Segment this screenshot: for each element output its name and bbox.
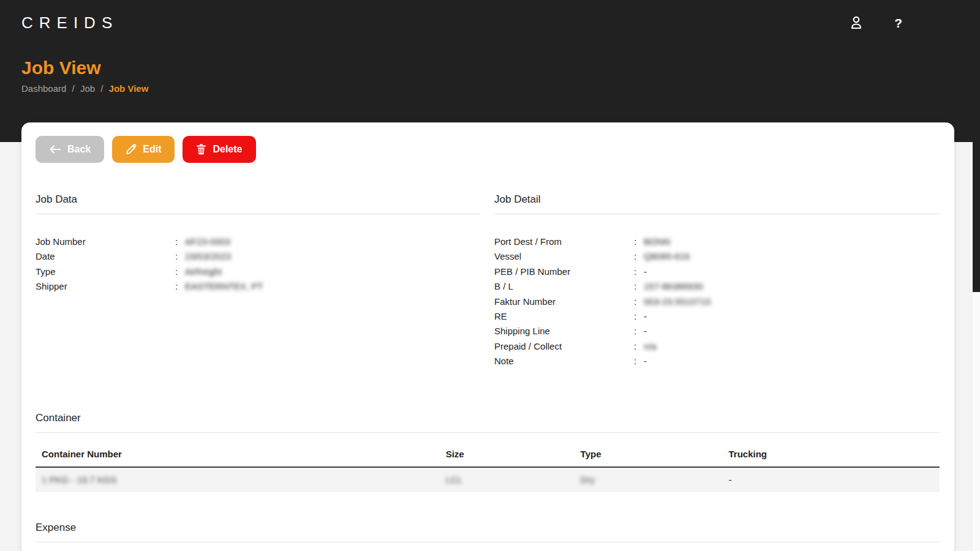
scrollbar-track[interactable] (973, 0, 980, 551)
colon-separator: : (634, 324, 644, 339)
divider (36, 214, 481, 214)
column-header-size: Size (446, 449, 581, 459)
field-row-peb-pib: PEB / PIB Number : - (494, 264, 940, 279)
field-label: PEB / PIB Number (494, 264, 634, 279)
colon-separator: : (634, 264, 644, 279)
field-label: Date (36, 249, 175, 264)
scrollbar-thumb[interactable] (973, 0, 980, 292)
field-value: 23/03/2023 (185, 249, 231, 264)
field-value: AF23-0003 (185, 234, 230, 249)
trash-icon (196, 144, 206, 155)
colon-separator: : (634, 249, 644, 264)
brand-logo: CREIDS (21, 15, 118, 31)
expense-section: Expense (36, 522, 940, 542)
field-row-job-number: Job Number : AF23-0003 (36, 234, 481, 249)
colon-separator: : (634, 279, 644, 294)
colon-separator: : (634, 354, 644, 369)
field-value: 157-86386930 (644, 279, 703, 294)
field-row-date: Date : 23/03/2023 (36, 249, 481, 264)
field-value: n/a (644, 339, 657, 354)
colon-separator: : (634, 339, 644, 354)
field-row-vessel: Vessel : Q8095-616 (494, 249, 940, 264)
colon-separator: : (634, 294, 644, 309)
field-row-bl: B / L : 157-86386930 (494, 279, 940, 294)
colon-separator: : (175, 279, 185, 294)
field-label: Job Number (36, 234, 175, 249)
colon-separator: : (634, 309, 644, 324)
job-data-heading: Job Data (36, 193, 481, 206)
field-row-port-dest: Port Dest / From : BONN (494, 234, 940, 249)
menu-icon[interactable] (933, 15, 953, 31)
field-label: Shipping Line (494, 324, 634, 339)
user-icon[interactable] (849, 15, 864, 30)
breadcrumb-job[interactable]: Job (80, 83, 95, 94)
app-header: CREIDS ? Job View Dashboard / Job / Job … (0, 0, 980, 142)
pencil-icon (126, 144, 137, 155)
job-view-card: Back Edit Delete Job Data (21, 122, 954, 551)
column-header-type: Type (581, 449, 729, 459)
field-value: - (644, 354, 647, 369)
field-value: - (644, 309, 647, 324)
field-label: Note (494, 354, 634, 369)
cell-container-number: 1 PKG - 19.7 KGS (42, 474, 446, 485)
field-row-prepaid-collect: Prepaid / Collect : n/a (494, 339, 940, 354)
field-label: Shipper (36, 279, 175, 294)
job-detail-heading: Job Detail (494, 193, 940, 206)
field-row-note: Note : - (494, 354, 940, 369)
cell-trucking: - (728, 474, 940, 485)
help-icon[interactable]: ? (894, 17, 902, 29)
divider (36, 542, 940, 542)
edit-button-label: Edit (143, 144, 161, 155)
field-row-faktur: Faktur Number : 003-23.5510710 (494, 294, 940, 309)
divider (36, 432, 940, 433)
field-label: RE (494, 309, 634, 324)
colon-separator: : (634, 234, 644, 249)
breadcrumb-job-view-current: Job View (109, 83, 149, 94)
field-row-type: Type : Airfreight (36, 264, 481, 279)
field-row-re: RE : - (494, 309, 940, 324)
back-button[interactable]: Back (36, 136, 104, 163)
colon-separator: : (175, 264, 185, 279)
field-value: 003-23.5510710 (644, 294, 710, 309)
breadcrumb: Dashboard / Job / Job View (21, 83, 959, 94)
breadcrumb-separator: / (72, 83, 75, 94)
job-data-section: Job Data Job Number : AF23-0003 Date : 2… (36, 193, 481, 369)
delete-button[interactable]: Delete (183, 136, 255, 163)
field-row-shipper: Shipper : EASTERNTEX, PT (36, 279, 481, 294)
field-value: BONN (644, 234, 670, 249)
field-label: Prepaid / Collect (494, 339, 634, 354)
field-value: - (644, 324, 647, 339)
expense-heading: Expense (36, 522, 940, 534)
breadcrumb-separator: / (100, 83, 103, 94)
field-label: Faktur Number (494, 294, 634, 309)
edit-button[interactable]: Edit (112, 136, 175, 163)
page-title: Job View (21, 58, 959, 78)
field-value: - (644, 264, 647, 279)
container-section: Container Container Number Size Type Tru… (36, 412, 940, 492)
column-header-container-number: Container Number (42, 449, 446, 459)
field-value: Airfreight (185, 264, 222, 279)
cell-size: LCL (446, 474, 581, 485)
colon-separator: : (175, 234, 185, 249)
container-table: Container Number Size Type Trucking 1 PK… (36, 443, 940, 492)
field-value: EASTERNTEX, PT (185, 279, 263, 294)
field-label: Type (36, 264, 175, 279)
field-row-shipping-line: Shipping Line : - (494, 324, 940, 339)
job-detail-section: Job Detail Port Dest / From : BONN Vesse… (494, 193, 940, 369)
field-label: B / L (494, 279, 634, 294)
colon-separator: : (175, 249, 185, 264)
field-value: Q8095-616 (644, 249, 690, 264)
field-label: Vessel (494, 249, 634, 264)
toolbar: Back Edit Delete (36, 136, 940, 163)
breadcrumb-dashboard[interactable]: Dashboard (21, 83, 66, 94)
column-header-trucking: Trucking (728, 449, 940, 459)
field-label: Port Dest / From (494, 234, 634, 249)
back-button-label: Back (67, 144, 91, 155)
cell-type: Dry (581, 474, 729, 485)
delete-button-label: Delete (213, 144, 242, 155)
divider (494, 214, 940, 214)
container-table-header: Container Number Size Type Trucking (36, 443, 940, 468)
arrow-left-icon (49, 144, 61, 154)
container-heading: Container (36, 412, 940, 424)
table-row: 1 PKG - 19.7 KGS LCL Dry - (36, 468, 940, 492)
